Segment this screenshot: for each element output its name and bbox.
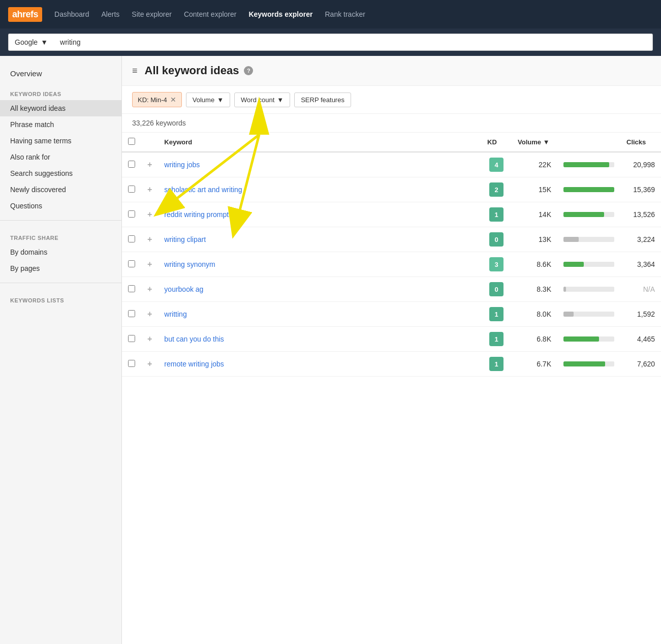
row-add-1[interactable]: +: [141, 177, 158, 202]
sidebar-item-questions[interactable]: Questions: [0, 198, 121, 214]
nav-content-explorer[interactable]: Content explorer: [184, 10, 237, 18]
nav-keywords-explorer[interactable]: Keywords explorer: [248, 10, 312, 18]
row-volume-8: 6.7K: [512, 352, 557, 377]
row-bar-4: [557, 252, 620, 277]
row-checkbox-6[interactable]: [128, 310, 135, 317]
keyword-link-6[interactable]: writting: [164, 310, 186, 318]
row-add-4[interactable]: +: [141, 252, 158, 277]
search-input[interactable]: [54, 34, 653, 51]
row-check-5[interactable]: [122, 277, 141, 302]
row-check-1[interactable]: [122, 177, 141, 202]
row-checkbox-8[interactable]: [128, 360, 135, 367]
row-checkbox-3[interactable]: [128, 235, 135, 242]
row-check-4[interactable]: [122, 252, 141, 277]
sidebar-item-also-rank-for[interactable]: Also rank for: [0, 149, 121, 165]
row-bar-7: [557, 327, 620, 352]
sidebar-item-phrase-match[interactable]: Phrase match: [0, 116, 121, 133]
keyword-link-3[interactable]: writing clipart: [164, 235, 206, 243]
col-header-check[interactable]: [122, 133, 141, 152]
hamburger-icon[interactable]: ≡: [132, 66, 138, 76]
table-row: + scholastic art and writing 2 15K 15,36…: [122, 177, 661, 202]
sidebar-section-keyword-ideas: KEYWORD IDEAS: [0, 83, 121, 100]
add-keyword-icon-7[interactable]: +: [147, 334, 152, 343]
row-check-7[interactable]: [122, 327, 141, 352]
volume-bar-1: [563, 187, 614, 192]
nav-alerts[interactable]: Alerts: [102, 10, 120, 18]
kd-filter-chip[interactable]: KD: Min-4 ✕: [132, 92, 182, 107]
row-kd-3: 0: [481, 227, 512, 252]
row-add-7[interactable]: +: [141, 327, 158, 352]
row-check-6[interactable]: [122, 302, 141, 327]
row-check-8[interactable]: [122, 352, 141, 377]
row-checkbox-4[interactable]: [128, 260, 135, 267]
sidebar-item-by-domains[interactable]: By domains: [0, 244, 121, 260]
keyword-link-5[interactable]: yourbook ag: [164, 285, 203, 293]
chevron-down-icon: ▼: [41, 38, 48, 46]
nav-rank-tracker[interactable]: Rank tracker: [325, 10, 365, 18]
sidebar-item-by-pages[interactable]: By pages: [0, 260, 121, 277]
row-clicks-8: 7,620: [620, 352, 661, 377]
keyword-link-7[interactable]: but can you do this: [164, 335, 224, 343]
logo[interactable]: ahrefs: [8, 7, 42, 22]
add-keyword-icon-6[interactable]: +: [147, 310, 152, 318]
keywords-table: Keyword KD Volume ▼ Clicks + writing job…: [122, 133, 661, 377]
col-header-add: [141, 133, 158, 152]
row-checkbox-7[interactable]: [128, 335, 135, 342]
row-checkbox-5[interactable]: [128, 285, 135, 292]
keyword-link-8[interactable]: remote writing jobs: [164, 360, 224, 368]
row-check-2[interactable]: [122, 202, 141, 227]
add-keyword-icon-5[interactable]: +: [147, 285, 152, 293]
bar-fill-8: [563, 361, 605, 366]
volume-filter-label: Volume: [193, 96, 214, 104]
engine-select[interactable]: Google ▼: [8, 34, 54, 51]
keyword-link-0[interactable]: writing jobs: [164, 161, 200, 169]
add-keyword-icon-0[interactable]: +: [147, 160, 152, 169]
add-keyword-icon-2[interactable]: +: [147, 210, 152, 219]
row-checkbox-2[interactable]: [128, 210, 135, 218]
volume-bar-4: [563, 262, 614, 267]
sidebar-item-all-keyword-ideas[interactable]: All keyword ideas: [0, 100, 121, 116]
sidebar-section-traffic-share: TRAFFIC SHARE: [0, 227, 121, 244]
row-checkbox-0[interactable]: [128, 161, 135, 168]
keyword-link-1[interactable]: scholastic art and writing: [164, 186, 242, 194]
top-nav: ahrefs Dashboard Alerts Site explorer Co…: [0, 0, 661, 28]
sidebar-item-having-same-terms[interactable]: Having same terms: [0, 133, 121, 149]
search-bar: Google ▼: [0, 28, 661, 56]
row-add-8[interactable]: +: [141, 352, 158, 377]
row-keyword-7: but can you do this: [158, 327, 481, 352]
row-add-3[interactable]: +: [141, 227, 158, 252]
word-count-filter-label: Word count: [241, 96, 274, 104]
row-bar-5: [557, 277, 620, 302]
add-keyword-icon-1[interactable]: +: [147, 185, 152, 194]
kd-badge-5: 0: [489, 282, 503, 296]
col-header-volume[interactable]: Volume ▼: [512, 133, 557, 152]
help-icon[interactable]: ?: [244, 66, 253, 75]
keyword-link-2[interactable]: reddit writing prompts: [164, 210, 232, 219]
sidebar-overview[interactable]: Overview: [0, 64, 121, 83]
volume-filter-btn[interactable]: Volume ▼: [186, 93, 230, 107]
add-keyword-icon-8[interactable]: +: [147, 359, 152, 368]
col-header-bar: [557, 133, 620, 152]
table-row: + writing clipart 0 13K 3,224: [122, 227, 661, 252]
row-add-5[interactable]: +: [141, 277, 158, 302]
row-checkbox-1[interactable]: [128, 186, 135, 193]
row-add-0[interactable]: +: [141, 152, 158, 177]
row-check-0[interactable]: [122, 152, 141, 177]
row-add-6[interactable]: +: [141, 302, 158, 327]
nav-dashboard[interactable]: Dashboard: [54, 10, 89, 18]
nav-site-explorer[interactable]: Site explorer: [132, 10, 172, 18]
serp-features-filter-btn[interactable]: SERP features: [294, 93, 351, 107]
select-all-checkbox[interactable]: [128, 138, 135, 145]
keyword-link-4[interactable]: writing synonym: [164, 260, 215, 268]
word-count-filter-btn[interactable]: Word count ▼: [234, 93, 290, 107]
sidebar: Overview KEYWORD IDEAS All keyword ideas…: [0, 56, 122, 644]
sidebar-item-search-suggestions[interactable]: Search suggestions: [0, 165, 121, 181]
add-keyword-icon-4[interactable]: +: [147, 260, 152, 268]
add-keyword-icon-3[interactable]: +: [147, 235, 152, 243]
volume-bar-0: [563, 162, 614, 167]
row-kd-1: 2: [481, 177, 512, 202]
kd-filter-close[interactable]: ✕: [170, 96, 176, 104]
sidebar-item-newly-discovered[interactable]: Newly discovered: [0, 181, 121, 198]
row-add-2[interactable]: +: [141, 202, 158, 227]
row-check-3[interactable]: [122, 227, 141, 252]
